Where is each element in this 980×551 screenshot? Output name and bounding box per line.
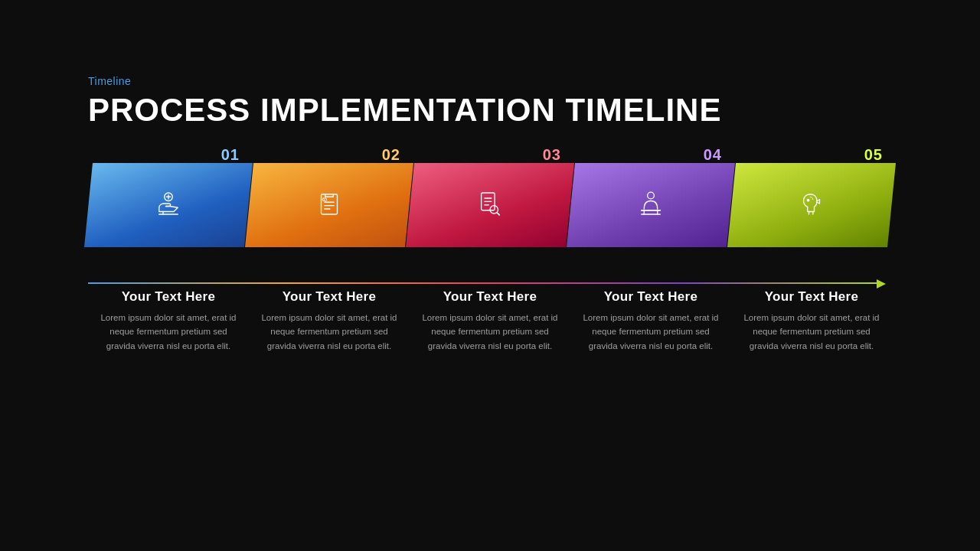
ribbon-segment-3: 03 <box>410 163 570 247</box>
ribbon-row: 01 <box>88 159 892 251</box>
search-doc-icon <box>474 187 506 223</box>
ribbon-shape-1 <box>84 163 253 247</box>
timeline-arrow <box>877 279 886 289</box>
bottom-section: Your Text Here Lorem ipsum dolor sit ame… <box>88 289 892 353</box>
piggy-bank-icon <box>795 187 828 223</box>
header-label: Timeline <box>88 75 892 87</box>
step-desc-3: Lorem ipsum dolor sit amet, erat id nequ… <box>416 311 564 353</box>
ribbon-segment-1: 01 <box>88 163 249 247</box>
timeline-visual: 01 <box>88 159 892 278</box>
step-desc-1: Lorem ipsum dolor sit amet, erat id nequ… <box>94 311 243 353</box>
step-number-5: 05 <box>864 146 883 164</box>
step-number-1: 01 <box>221 146 240 164</box>
bottom-item-5: Your Text Here Lorem ipsum dolor sit ame… <box>731 289 892 353</box>
main-title: PROCESS IMPLEMENTATION TIMELINE <box>88 92 892 129</box>
bottom-item-1: Your Text Here Lorem ipsum dolor sit ame… <box>88 289 249 353</box>
ribbon-segment-4: 04 <box>570 163 731 247</box>
timeline-line <box>88 282 877 284</box>
step-title-2: Your Text Here <box>255 289 403 305</box>
svg-point-5 <box>648 192 655 199</box>
step-title-1: Your Text Here <box>94 289 243 305</box>
ribbon-segment-2: 02 <box>249 163 410 247</box>
ribbon-shape-3 <box>406 163 574 247</box>
step-desc-5: Lorem ipsum dolor sit amet, erat id nequ… <box>737 311 886 353</box>
step-title-3: Your Text Here <box>416 289 564 305</box>
step-number-3: 03 <box>543 146 561 164</box>
bottom-item-2: Your Text Here Lorem ipsum dolor sit ame… <box>249 289 410 353</box>
step-desc-4: Lorem ipsum dolor sit amet, erat id nequ… <box>577 311 725 353</box>
step-title-4: Your Text Here <box>577 289 725 305</box>
ribbon-shape-4 <box>567 163 735 247</box>
bottom-item-4: Your Text Here Lorem ipsum dolor sit ame… <box>570 289 731 353</box>
step-title-5: Your Text Here <box>737 289 886 305</box>
person-desk-icon <box>635 187 667 223</box>
ribbon-shape-2 <box>245 163 413 247</box>
svg-point-6 <box>807 199 809 201</box>
slide: Timeline PROCESS IMPLEMENTATION TIMELINE… <box>0 0 980 551</box>
step-number-4: 04 <box>704 146 722 164</box>
ribbon-shape-5 <box>727 163 896 247</box>
bottom-item-3: Your Text Here Lorem ipsum dolor sit ame… <box>410 289 570 353</box>
step-number-2: 02 <box>382 146 400 164</box>
ribbon-segment-5: 05 <box>731 163 892 247</box>
step-desc-2: Lorem ipsum dolor sit amet, erat id nequ… <box>255 311 403 353</box>
clipboard-icon <box>313 187 345 223</box>
money-hand-icon <box>152 187 185 223</box>
